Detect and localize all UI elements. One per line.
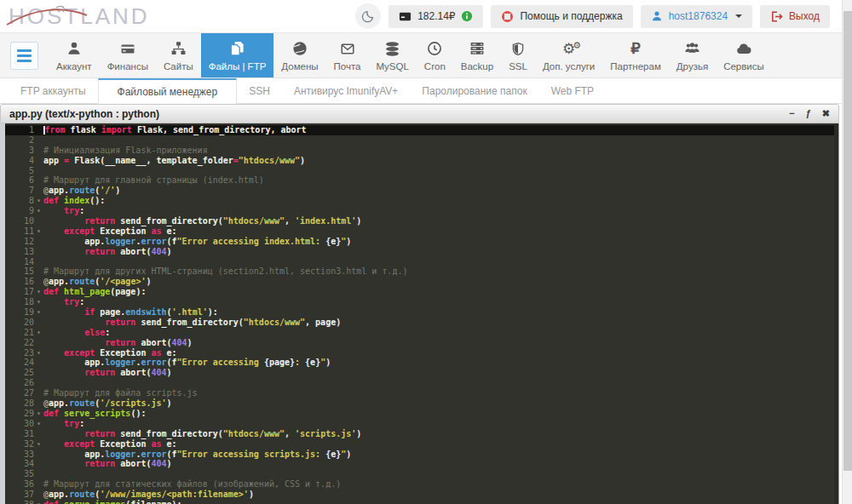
tab-antivirus[interactable]: Антивирус ImunifyAV+ xyxy=(282,78,410,103)
fold-arrow-icon[interactable]: ▾ xyxy=(34,226,43,237)
fold-arrow-icon[interactable]: ▾ xyxy=(34,419,43,429)
tab-file-manager[interactable]: Файловый менеджер xyxy=(98,78,238,104)
code-line[interactable]: 12 app.logger.error(f"Error accessing in… xyxy=(5,237,838,247)
code-line[interactable]: 22 return abort(404) xyxy=(5,338,838,348)
clock-icon xyxy=(427,38,442,59)
code-line[interactable]: 35 xyxy=(5,469,838,479)
nav-item-finance[interactable]: Финансы xyxy=(100,33,156,77)
code-line[interactable]: 10 return send_from_directory("htdocs/ww… xyxy=(5,216,838,226)
code-line[interactable]: 27# Маршрут для файла scripts.js xyxy=(5,388,838,398)
nav-item-label: Друзья xyxy=(676,61,708,72)
code-line[interactable]: 38▾def serve_images(filename): xyxy=(5,500,838,504)
fold-arrow-icon[interactable]: ▾ xyxy=(34,206,43,216)
code-line[interactable]: 30▾ try: xyxy=(5,419,838,429)
code-line[interactable]: 8▾def index(): xyxy=(5,196,838,206)
code-line[interactable]: 6# Маршрут для главной страницы (index.h… xyxy=(5,175,838,186)
code-line[interactable]: 29▾def serve_scripts(): xyxy=(5,409,838,419)
line-number: 9 xyxy=(5,206,34,216)
code-line[interactable]: 1from flask import Flask, send_from_dire… xyxy=(5,125,838,135)
page-scrollbar[interactable] xyxy=(842,0,852,504)
nav-item-sites[interactable]: Сайты xyxy=(156,33,201,77)
fold-gutter xyxy=(34,266,43,277)
code-line[interactable]: 9▾ try: xyxy=(5,206,838,216)
fold-arrow-icon[interactable]: ▾ xyxy=(34,297,43,307)
fold-arrow-icon[interactable]: ▾ xyxy=(34,196,43,206)
code-line[interactable]: 18▾ try: xyxy=(5,297,838,307)
nav-item-files-ftp[interactable]: Файлы | FTP xyxy=(201,33,274,77)
minimize-button[interactable]: − xyxy=(789,109,794,118)
scrollbar-thumb[interactable] xyxy=(843,11,852,471)
fold-arrow-icon[interactable]: ▾ xyxy=(34,307,43,318)
nav-item-partners[interactable]: ₽Партнерам xyxy=(602,33,669,77)
close-button[interactable]: ✖ xyxy=(822,109,830,118)
fold-gutter xyxy=(34,358,43,368)
tab-ftp-accounts[interactable]: FTP аккаунты xyxy=(9,78,98,103)
nav-item-friends[interactable]: Друзья xyxy=(669,33,716,77)
code-line[interactable]: 14 xyxy=(5,257,838,267)
fold-arrow-icon[interactable]: ▾ xyxy=(34,287,43,297)
line-number: 5 xyxy=(5,166,34,176)
code-line[interactable]: 36# Маршрут для статических файлов (изоб… xyxy=(5,479,838,490)
code-line[interactable]: 5 xyxy=(5,166,838,176)
tab-web-ftp[interactable]: Web FTP xyxy=(539,78,606,103)
fold-arrow-icon[interactable]: ▾ xyxy=(34,409,43,419)
nav-item-mysql[interactable]: MySQL xyxy=(369,33,417,77)
fold-gutter xyxy=(34,146,43,156)
nav-item-domains[interactable]: Домены xyxy=(273,33,325,77)
code-editor[interactable]: 1from flask import Flask, send_from_dire… xyxy=(5,123,838,504)
line-number: 32 xyxy=(5,439,34,450)
tab-folder-password[interactable]: Паролирование папок xyxy=(410,78,538,103)
nav-item-label: Почта xyxy=(334,61,361,72)
nav-item-backup[interactable]: Backup xyxy=(453,33,501,77)
code-line[interactable]: 17▾def html_page(page): xyxy=(5,287,838,297)
code-line[interactable]: 32▾ except Exception as e: xyxy=(5,439,838,450)
code-line[interactable]: 3# Инициализация Flask-приложения xyxy=(5,146,838,156)
code-line[interactable]: 34 return abort(404) xyxy=(5,459,838,469)
code-line[interactable]: 13 return abort(404) xyxy=(5,247,838,257)
code-line[interactable]: 31 return send_from_directory("htdocs/ww… xyxy=(5,429,838,439)
fold-arrow-icon[interactable]: ▾ xyxy=(34,348,43,358)
logo-swoosh-icon xyxy=(5,2,163,31)
code-line[interactable]: 37@app.route('/www/images/<path:filename… xyxy=(5,490,838,500)
tab-ssh[interactable]: SSH xyxy=(237,78,282,103)
code-line[interactable]: 25 return abort(404) xyxy=(5,368,838,378)
user-menu[interactable]: host1876324 xyxy=(641,5,752,28)
gears-icon: ⚙⚙ xyxy=(562,38,575,59)
help-support-button[interactable]: Помощь и поддержка xyxy=(491,5,632,28)
code-line[interactable]: 33 app.logger.error(f"Error accessing sc… xyxy=(5,450,838,460)
nav-item-account[interactable]: Аккаунт xyxy=(49,33,100,77)
code-text: # Маршрут для статических файлов (изобра… xyxy=(43,479,838,490)
fold-gutter xyxy=(34,125,43,135)
code-line[interactable]: 26 xyxy=(5,378,838,388)
nav-item-ssl[interactable]: SSL xyxy=(501,33,535,77)
logout-button[interactable]: Выход xyxy=(760,5,830,28)
code-line[interactable]: 7@app.route('/') xyxy=(5,186,838,196)
nav-item-mail[interactable]: Почта xyxy=(326,33,369,77)
hostland-logo[interactable]: HOSTLAND xyxy=(9,2,166,31)
code-line[interactable]: 11▾ except Exception as e: xyxy=(5,226,838,237)
code-line[interactable]: 20 return send_from_directory("htdocs/ww… xyxy=(5,318,838,328)
dark-mode-toggle[interactable] xyxy=(355,3,381,29)
nav-item-extra-services[interactable]: ⚙⚙Доп. услуги xyxy=(535,33,602,77)
fullscreen-button[interactable]: ƒ xyxy=(806,109,811,118)
code-line[interactable]: 4app = Flask(__name__, template_folder="… xyxy=(5,156,838,166)
menu-toggle-button[interactable] xyxy=(10,42,38,70)
code-text xyxy=(43,378,838,388)
code-line[interactable]: 24 app.logger.error(f"Error accessing {p… xyxy=(5,358,838,368)
code-line[interactable]: 2 xyxy=(5,135,838,146)
code-line[interactable]: 23▾ except Exception as e: xyxy=(5,348,838,358)
fold-arrow-icon[interactable]: ▾ xyxy=(34,328,43,338)
code-line[interactable]: 19▾ if page.endswith('.html'): xyxy=(5,307,838,318)
editor-scrollbar[interactable] xyxy=(834,123,838,504)
info-icon[interactable] xyxy=(461,10,473,22)
nav-item-services[interactable]: Сервисы xyxy=(716,33,772,77)
code-line[interactable]: 16@app.route('/<page>') xyxy=(5,277,838,287)
fold-arrow-icon[interactable]: ▾ xyxy=(34,500,43,504)
code-text: except Exception as e: xyxy=(43,226,838,237)
nav-item-cron[interactable]: Cron xyxy=(417,33,453,77)
code-line[interactable]: 15# Маршрут для других HTML-страниц (sec… xyxy=(5,266,838,277)
code-line[interactable]: 21▾ else: xyxy=(5,328,838,338)
fold-arrow-icon[interactable]: ▾ xyxy=(34,439,43,450)
code-line[interactable]: 28@app.route('/scripts.js') xyxy=(5,398,838,409)
balance-chip[interactable]: 182.14₽ xyxy=(389,5,483,28)
